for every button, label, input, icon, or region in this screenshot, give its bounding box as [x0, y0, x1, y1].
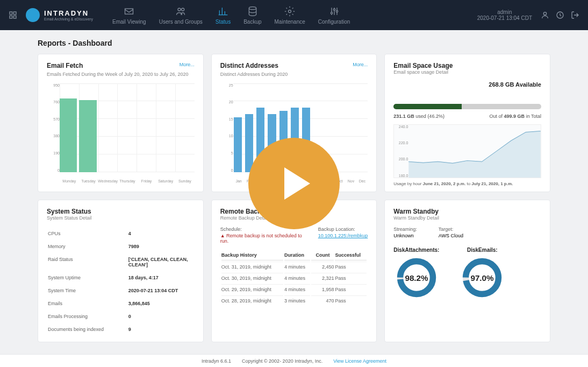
svg-point-10 — [336, 10, 338, 12]
main-nav: Email Viewing Users and Groups Status Ba… — [106, 2, 477, 29]
card-email-fetch: Email Fetch More... Emails Fetched Durin… — [38, 54, 204, 192]
backup-location-link[interactable]: 10.100.1.225:/rembkup — [318, 233, 368, 238]
svg-rect-2 — [10, 16, 12, 18]
users-icon — [175, 6, 186, 17]
svg-point-9 — [333, 9, 335, 10]
brand-tagline: Email Archiving & eDiscovery — [44, 17, 93, 21]
nav-item-label: Users and Groups — [159, 19, 203, 25]
nav-item-label: Status — [216, 19, 231, 25]
envelope-icon — [124, 6, 134, 17]
table-row: System Time2020-07-21 13:04 CDT — [48, 285, 193, 297]
card-title: Email Space Usage — [393, 62, 541, 69]
total-text: Out of 499.9 GB in Total — [490, 114, 541, 119]
space-gauge — [393, 104, 541, 109]
svg-point-11 — [543, 12, 546, 15]
svg-rect-3 — [13, 16, 16, 18]
table-row: Emails Processing0 — [48, 310, 193, 322]
card-subtitle: Emails Fetched During the Week of July 2… — [47, 72, 195, 78]
nav-status[interactable]: Status — [209, 2, 237, 29]
footer-version: Intradyn 6.6.1 — [202, 358, 231, 364]
user-timestamp: 2020-07-21 13:04 CDT — [477, 15, 532, 21]
nav-backup[interactable]: Backup — [237, 2, 268, 29]
table-row: Memory7989 — [48, 241, 193, 252]
svg-point-6 — [249, 6, 256, 9]
play-button[interactable] — [248, 138, 340, 229]
streaming-value: Unknown — [393, 233, 417, 238]
svg-rect-0 — [10, 12, 12, 15]
target-label: Target: — [439, 227, 463, 232]
svg-point-4 — [178, 8, 181, 11]
schedule-warning: ▲ Remote backup is not scheduled to run. — [220, 233, 302, 244]
nav-item-label: Configuration — [318, 19, 350, 25]
user-info: admin 2020-07-21 13:04 CDT — [477, 9, 532, 21]
card-title: System Status — [47, 208, 195, 215]
table-row: CPUs4 — [48, 228, 193, 239]
gear-icon — [284, 6, 295, 17]
email-fetch-chart: 9507605703801900 MondayTuesdayWednesdayT… — [47, 83, 195, 183]
nav-configuration[interactable]: Configuration — [312, 2, 356, 29]
grid-icon[interactable] — [9, 11, 17, 19]
svg-marker-13 — [409, 131, 541, 177]
donut-chart: 97.0% — [461, 256, 504, 299]
table-row: Oct. 30, 2019, midnight4 minutes2,321Pas… — [221, 273, 367, 283]
table-row: Raid Status['CLEAN, CLEAN, CLEAN, CLEAN'… — [48, 253, 193, 271]
sliders-icon — [329, 6, 340, 17]
svg-rect-1 — [13, 12, 16, 15]
target-value: AWS Cloud — [439, 233, 463, 238]
used-text: 231.1 GB used (46.2%) — [393, 114, 444, 119]
system-status-table: CPUs4 Memory7989 Raid Status['CLEAN, CLE… — [47, 227, 195, 336]
user-icon[interactable] — [541, 11, 549, 19]
card-subtitle: Email space usage Detail — [393, 69, 541, 76]
table-row: Documents being indexed9 — [48, 323, 193, 335]
nav-maintenance[interactable]: Maintenance — [268, 2, 312, 29]
streaming-label: Streaming: — [393, 227, 417, 232]
brand-logo[interactable]: INTRADYN Email Archiving & eDiscovery — [26, 8, 93, 22]
table-row: Oct. 31, 2019, midnight4 minutes2,450Pas… — [221, 262, 367, 272]
available-label: 268.8 GB Available — [393, 81, 541, 88]
svg-text:97.0%: 97.0% — [471, 273, 494, 283]
table-row: Emails3,866,845 — [48, 298, 193, 309]
donut-chart: 98.2% — [395, 256, 438, 299]
table-row: Oct. 28, 2019, midnight3 minutes470Pass — [221, 295, 367, 306]
logo-icon — [26, 8, 40, 22]
usage-caption: Usage by hour June 21, 2020, 2 p.m. to J… — [393, 181, 541, 186]
svg-text:98.2%: 98.2% — [405, 273, 428, 283]
card-subtitle: System Status Detail — [47, 215, 195, 222]
card-title: Distinct Addresses — [220, 62, 278, 69]
table-row: Oct. 29, 2019, midnight4 minutes1,958Pas… — [221, 284, 367, 294]
card-warm-standby: Warm Standby Warm Standby Detail Streami… — [384, 200, 550, 343]
card-title: Email Fetch — [47, 62, 83, 69]
brand-name: INTRADYN — [44, 9, 93, 17]
card-title: Warm Standby — [393, 208, 541, 215]
card-space-usage: Email Space Usage Email space usage Deta… — [384, 54, 550, 192]
more-link[interactable]: More... — [180, 62, 195, 67]
nav-users-groups[interactable]: Users and Groups — [153, 2, 209, 29]
nav-item-label: Maintenance — [275, 19, 305, 25]
backup-history-table: Backup History Duration Count Successful… — [220, 249, 368, 307]
logout-icon[interactable] — [571, 11, 579, 19]
nav-item-label: Email Viewing — [112, 19, 146, 25]
nav-email-viewing[interactable]: Email Viewing — [106, 2, 153, 29]
more-link[interactable]: More... — [353, 62, 368, 67]
disk-emails-label: DiskEmails: — [461, 247, 504, 253]
user-name: admin — [497, 9, 512, 15]
disk-attachments-label: DiskAttachments: — [393, 247, 439, 253]
card-subtitle: Warm Standby Detail — [393, 215, 541, 222]
svg-point-5 — [182, 8, 184, 11]
card-system-status: System Status System Status Detail CPUs4… — [38, 200, 204, 343]
license-link[interactable]: View License Agreement — [333, 358, 386, 364]
page-title: Reports - Dashboard — [38, 39, 550, 47]
footer-copyright: Copyright © 2002- 2020 Intradyn, Inc. — [242, 358, 322, 364]
warning-icon: ▲ — [220, 233, 226, 238]
usage-area-chart: 240.0220.0200.0180.0 — [393, 124, 541, 178]
card-subtitle: Distinct Addresses During 2020 — [220, 72, 368, 78]
page-footer: Intradyn 6.6.1 Copyright © 2002- 2020 In… — [0, 354, 588, 367]
database-icon — [247, 6, 258, 17]
svg-point-8 — [331, 12, 332, 13]
svg-point-7 — [289, 10, 291, 12]
app-header: INTRADYN Email Archiving & eDiscovery Em… — [0, 0, 588, 30]
nav-item-label: Backup — [243, 19, 261, 25]
chart-icon — [218, 6, 228, 17]
clock-icon[interactable] — [556, 11, 564, 19]
table-row: System Uptime18 days, 4:17 — [48, 272, 193, 284]
